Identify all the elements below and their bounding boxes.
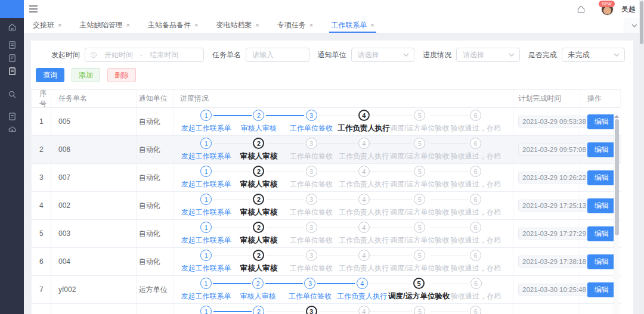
search-button[interactable]: 查询: [36, 68, 64, 82]
document-icon-active[interactable]: [7, 66, 17, 76]
search-icon[interactable]: [7, 89, 17, 99]
step-5: 5调度/运方单位验收: [390, 110, 449, 133]
tab-zhuanxiangrenwu[interactable]: 专项任务×: [268, 18, 322, 33]
table-scrollbar[interactable]: [614, 113, 619, 314]
step-label: 验收通过，存档: [450, 179, 502, 189]
plan-time: 2021-03-29 17:38:18: [518, 256, 590, 268]
home-icon[interactable]: [7, 22, 17, 32]
table-row: 3 007 自动化 1发起工作联系单2审核人审核3工作单位签收4工作负责人执行5…: [32, 164, 621, 192]
step-connector: [266, 312, 304, 312]
notify-unit: 自动化: [137, 136, 174, 163]
menu-toggle-icon[interactable]: [29, 5, 38, 13]
progress-label: 进度情况: [423, 50, 451, 60]
document-icon[interactable]: [7, 40, 17, 49]
step-circle: 1: [200, 194, 212, 205]
edit-button[interactable]: 编辑: [587, 198, 616, 213]
close-icon[interactable]: ×: [370, 22, 374, 29]
tab-zhuzhanquexianguanli[interactable]: 主站缺陷管理×: [70, 18, 138, 33]
step-label: 工作单位签收: [285, 179, 338, 189]
step-connector: [213, 115, 252, 116]
step-circle: 1: [200, 138, 212, 149]
table-header: 序号 任务单名 通知单位 进度情况 计划完成时间 操作: [32, 90, 621, 108]
table-row: 6 004 自动化 1发起工作联系单2审核人审核3工作单位签收4工作负责人执行5…: [32, 248, 621, 276]
step-label: 调度/运方单位验收: [388, 291, 450, 301]
close-icon[interactable]: ×: [194, 22, 198, 29]
close-icon[interactable]: ×: [58, 22, 61, 29]
close-icon[interactable]: ×: [309, 22, 313, 29]
tab-zhuzhanbeipinbeijian[interactable]: 主站备品备件×: [139, 18, 207, 33]
step-circle: 3: [306, 250, 317, 261]
step-circle: 5: [414, 222, 425, 233]
step-4: 4工作负责人执行: [338, 138, 390, 161]
date-range-picker[interactable]: -: [85, 48, 204, 62]
notify-unit: [137, 304, 174, 314]
document-icon[interactable]: [7, 111, 17, 121]
table-scrollbar-thumb[interactable]: [615, 119, 619, 235]
tab-jiaojieban[interactable]: 交接班×: [24, 18, 70, 33]
step-circle: 2: [252, 278, 264, 289]
user-name[interactable]: 吴越: [621, 4, 636, 14]
step-5: 5调度/运方单位验收: [390, 194, 449, 217]
step-label: 发起工作联系单: [180, 207, 233, 217]
step-4: 4工作负责人执行: [338, 194, 390, 217]
progress-select[interactable]: 请选择: [456, 48, 520, 62]
step-6: 6验收通过，存档: [450, 110, 502, 133]
app-logo: [0, 0, 24, 18]
page-scrollbar[interactable]: [639, 0, 644, 314]
step-5: 5调度/运方单位验收: [390, 250, 449, 273]
edit-button[interactable]: 编辑: [587, 114, 616, 129]
cloud-upload-icon[interactable]: [7, 125, 17, 134]
step-connector: [368, 172, 413, 172]
task-name: 002: [51, 192, 137, 219]
step-circle: 5: [414, 138, 425, 149]
step-connector: [318, 228, 357, 228]
delete-button[interactable]: 删除: [107, 68, 136, 82]
step-6: 6验收通过，存档: [450, 194, 502, 217]
step-connector: [213, 256, 252, 256]
document-icon[interactable]: [7, 53, 17, 63]
edit-button[interactable]: 编辑: [587, 282, 616, 297]
end-time-input[interactable]: [143, 51, 185, 59]
step-3: 3工作单位签收: [285, 306, 338, 314]
home-shortcut-icon[interactable]: [577, 5, 586, 14]
step-label: 发起工作联系单: [180, 291, 232, 301]
step-connector: [364, 284, 411, 284]
table-row: 1 005 自动化 1发起工作联系单2审核人审核3工作单位签收4工作负责人执行5…: [32, 108, 621, 136]
step-circle: 5: [414, 166, 425, 177]
add-button[interactable]: 添加: [72, 68, 100, 82]
edit-button[interactable]: 编辑: [587, 170, 616, 185]
step-3: 3工作单位签收: [284, 278, 336, 301]
page-scrollbar-thumb[interactable]: [640, 1, 643, 44]
task-name-input[interactable]: [246, 51, 309, 59]
col-progress: 进度情况: [174, 90, 513, 107]
step-connector: [318, 256, 357, 256]
step-connector: [266, 256, 304, 256]
stepper: 1发起工作联系单2审核人审核3工作单位签收4工作负责人执行5调度/运方单位验收6…: [180, 194, 502, 217]
notify-unit: 自动化: [137, 192, 174, 219]
close-icon[interactable]: ×: [255, 22, 259, 29]
complete-select[interactable]: 未完成: [562, 48, 626, 62]
notify-unit-select[interactable]: 请选择: [351, 48, 415, 62]
step-5: 5调度/运方单位验收: [390, 306, 449, 314]
step-circle: 1: [200, 222, 212, 233]
step-connector: [213, 200, 252, 200]
step-connector: [318, 172, 357, 172]
row-index: 5: [32, 220, 51, 247]
scroll-up-icon[interactable]: [614, 115, 619, 118]
tab-gongzuolianxidan-active[interactable]: 工作联系单×: [322, 18, 383, 33]
edit-button[interactable]: 编辑: [587, 142, 616, 157]
tab-biandianzhandangan[interactable]: 变电站档案×: [207, 18, 268, 33]
step-label: 调度/运方单位验收: [390, 151, 449, 161]
step-label: 工作负责人执行: [338, 235, 390, 245]
edit-button[interactable]: 编辑: [587, 226, 616, 241]
task-name-field[interactable]: [246, 48, 309, 62]
step-circle: 2: [253, 110, 264, 121]
close-icon[interactable]: ×: [126, 22, 129, 29]
start-time-input[interactable]: [97, 51, 140, 59]
task-name: [51, 304, 137, 314]
step-connector: [265, 283, 303, 284]
step-label: 审核人审核: [232, 291, 284, 301]
stepper: 1发起工作联系单2审核人审核3工作单位签收4工作负责人执行5调度/运方单位验收6…: [180, 110, 502, 133]
edit-button[interactable]: 编辑: [587, 254, 616, 269]
step-5: 5调度/运方单位验收: [390, 222, 449, 245]
